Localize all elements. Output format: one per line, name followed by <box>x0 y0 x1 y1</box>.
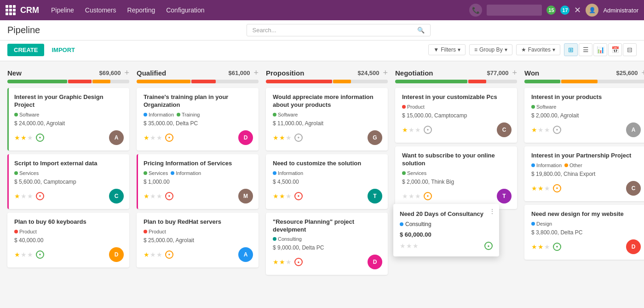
tag-dot <box>177 113 180 116</box>
star: ★ <box>14 251 20 258</box>
priority-icon: ● <box>553 184 561 192</box>
kanban-card[interactable]: Interest in your Partnership Project Inf… <box>524 146 644 201</box>
priority-icon: ● <box>36 250 44 259</box>
groupby-button[interactable]: ≡ Group By ▾ <box>469 44 512 55</box>
card-avatar: A <box>626 122 641 137</box>
card-title: Interest in your customizable Pcs <box>402 93 512 101</box>
kanban-board: New $69,600 + Interest in your Graphic D… <box>0 61 644 291</box>
calendar-view-icon[interactable]: 📅 <box>608 43 622 56</box>
tag-dot <box>14 171 18 175</box>
card-title: "Resource Planning" project develpment <box>273 218 382 234</box>
card-tag: Information <box>171 170 201 176</box>
kanban-card[interactable]: Interest in your Graphic Design Project … <box>7 88 129 151</box>
notification-badge-2[interactable]: 17 <box>560 6 569 15</box>
kebab-menu-icon[interactable]: ⋮ <box>489 208 495 215</box>
card-tag: Information <box>273 170 303 176</box>
cards-container-new: Interest in your Graphic Design Project … <box>7 88 129 267</box>
card-stars: ★★★ <box>144 192 162 200</box>
filter-icon: ▼ <box>433 46 439 53</box>
search-icon[interactable]: 🔍 <box>417 27 425 34</box>
tag-label: Product <box>19 229 37 234</box>
popup-priority-icon: ● <box>484 242 493 250</box>
card-avatar: D <box>109 247 124 262</box>
card-tag: Software <box>531 104 556 110</box>
col-add-proposition[interactable]: + <box>383 69 388 77</box>
popup-stars: ★ ★ ★ <box>400 242 419 250</box>
tag-label: Consulting <box>278 236 302 242</box>
card-title: Plan to buy 60 keyboards <box>14 218 124 226</box>
card-footer: ★★★ ● D <box>14 247 124 262</box>
col-add-negotiation[interactable]: + <box>512 69 517 77</box>
star: ★ <box>21 251 27 258</box>
tag-label: Product <box>407 104 425 110</box>
col-title-won: Won <box>524 69 539 77</box>
kanban-card[interactable]: Plan to buy 60 keyboards Product $ 40,00… <box>7 213 129 267</box>
card-amount: $ 3,800.00, Delta PC <box>531 229 641 236</box>
kanban-card[interactable]: Pricing Information of Services Services… <box>137 154 259 209</box>
progress-bar-proposition <box>266 80 388 83</box>
col-add-new[interactable]: + <box>124 69 129 77</box>
card-tag: Other <box>564 163 582 168</box>
menu-reporting[interactable]: Reporting <box>126 5 156 16</box>
card-tag: Services <box>14 170 39 176</box>
star: ★ <box>279 192 285 200</box>
kanban-card[interactable]: Want to subscribe to your online solutio… <box>395 146 517 209</box>
priority-icon: ● <box>294 134 303 142</box>
card-tag: Information <box>144 112 174 117</box>
import-button[interactable]: IMPORT <box>48 44 79 56</box>
chart-view-icon[interactable]: 📊 <box>593 43 607 56</box>
kanban-card[interactable]: Would appreciate more information about … <box>266 88 388 151</box>
kanban-card[interactable]: Interest in your products Software $ 2,0… <box>524 88 644 143</box>
card-stars: ★★★ <box>144 251 162 258</box>
phone-icon[interactable]: 📞 <box>469 4 482 17</box>
notification-badge-1[interactable]: 15 <box>546 6 556 15</box>
kanban-card[interactable]: Interest in your customizable Pcs Produc… <box>395 88 517 143</box>
col-add-won[interactable]: + <box>641 69 644 77</box>
app-grid-icon[interactable] <box>6 5 16 15</box>
card-amount: $ 1,000.00 <box>144 179 253 185</box>
col-title-proposition: Proposition <box>266 69 304 77</box>
kanban-card[interactable]: Trainee's training plan in your Organiza… <box>137 88 259 151</box>
column-new: New $69,600 + Interest in your Graphic D… <box>7 69 129 284</box>
card-avatar: D <box>238 130 253 145</box>
progress-bar-won <box>524 80 644 83</box>
col-add-qualified[interactable]: + <box>253 69 259 77</box>
card-amount: $ 4,500.00 <box>273 179 382 185</box>
menu-pipeline[interactable]: Pipeline <box>50 5 75 16</box>
star: ★ <box>286 134 292 141</box>
kanban-card[interactable]: "Resource Planning" project develpment C… <box>266 213 388 275</box>
card-tags: Product <box>402 104 512 110</box>
kanban-card[interactable]: Script to Import external data Services … <box>7 154 129 209</box>
star: ★ <box>544 243 550 250</box>
progress-bar-negotiation <box>395 80 517 83</box>
close-icon[interactable]: ✕ <box>574 5 581 15</box>
menu-configuration[interactable]: Configuration <box>165 5 205 16</box>
card-stars: ★★★ <box>531 185 550 192</box>
kanban-card[interactable]: Need new design for my website Design $ … <box>524 205 644 260</box>
grid-view-icon[interactable]: ⊟ <box>623 43 637 56</box>
filters-button[interactable]: ▼ Filters ▾ <box>428 44 466 55</box>
tag-dot <box>273 237 276 241</box>
col-header-won: Won $25,600 + <box>524 69 644 77</box>
popup-card-title: Need 20 Days of Consultancy <box>400 210 493 217</box>
popup-card-footer: ★ ★ ★ ● <box>400 242 493 250</box>
user-avatar[interactable]: 👤 <box>586 4 598 17</box>
card-amount: $ 2,000.00, Think Big <box>402 179 512 185</box>
kanban-view-icon[interactable]: ⊞ <box>564 43 578 56</box>
priority-icon: ● <box>294 258 303 266</box>
priority-icon: ● <box>36 192 44 200</box>
card-stars: ★★★ <box>273 258 292 266</box>
star: ★ <box>21 192 27 200</box>
card-amount: $ 9,000.00, Delta PC <box>273 244 382 251</box>
menu-customers[interactable]: Customers <box>84 5 117 16</box>
card-tag: Software <box>273 112 298 117</box>
list-view-icon[interactable]: ☰ <box>579 43 592 56</box>
app-logo[interactable]: CRM <box>20 6 39 15</box>
user-name[interactable]: Administrator <box>603 7 638 14</box>
kanban-card[interactable]: Plan to buy RedHat servers Product $ 25,… <box>137 213 259 267</box>
create-button[interactable]: CREATE <box>7 44 44 56</box>
kanban-card[interactable]: Need to customize the solution Informati… <box>266 154 388 209</box>
star: ★ <box>531 126 537 134</box>
favorites-button[interactable]: ★ Favorites ▾ <box>516 44 560 55</box>
search-box[interactable]: Search... 🔍 <box>247 24 431 36</box>
